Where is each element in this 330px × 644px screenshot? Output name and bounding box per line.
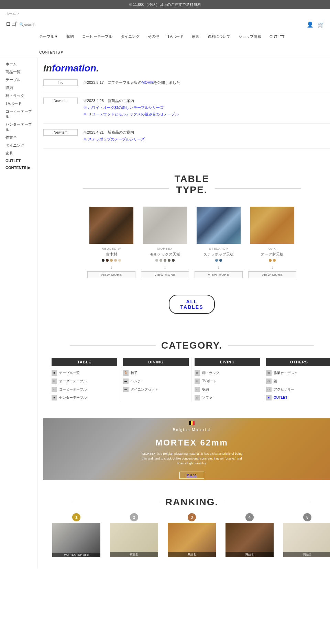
sidebar-item-all[interactable]: 商品一覧 [6,68,32,76]
color-dot[interactable] [168,259,170,262]
ranking-img-label-4: 商品名 [226,552,274,557]
nav-storage[interactable]: 収納 [65,31,75,42]
sidebar-item-furniture[interactable]: 家具 [6,149,32,157]
sidebar-item-tv[interactable]: TVボード [6,100,32,108]
table-type-name-reused: REUSED W [87,247,135,250]
sidebar-item-outlet[interactable]: OUTLET [6,157,32,164]
category-item[interactable]: ▭ 収納 [195,385,260,394]
sidebar-item-work[interactable]: 作業台 [6,134,32,142]
info-text-1: ※2023.5.17 にてテーブル天板のMOVIEを公開しました [83,79,180,86]
nav-dining[interactable]: ダイニング [119,31,141,42]
sidebar-item-coffee[interactable]: コーヒーテーブル [6,108,32,121]
nav-coffee[interactable]: コーヒーテーブル [81,31,114,42]
category-item[interactable]: ▭ 鏡 [266,377,330,385]
category-icon: ▭ [266,387,272,392]
category-icon: ▭ [195,395,200,400]
category-item[interactable]: ▭ 棚・ラック [195,369,260,377]
category-item[interactable]: ▭ オーダーテーブル [52,377,117,385]
category-item[interactable]: 🪑 椅子 [123,369,189,377]
info-text-3: ※2023.4.21 新商品のご案内 ※ ステラポップのテーブルシリーズ [83,129,145,143]
cart-icon[interactable]: 🛒 [318,21,324,28]
nav-table[interactable]: テーブル▼ [38,31,59,42]
table-type-label-reused: 古木材 [87,252,135,257]
table-type-label-oak: オーク材天板 [248,252,296,257]
view-more-stelapop[interactable]: VIEW MORE [195,271,243,278]
info-section: Information. Info ※2023.5.17 にてテーブル天板のMO… [43,57,330,160]
category-icon: 🪑 [123,370,129,376]
nav-outlet[interactable]: OUTLET [268,32,286,42]
category-col-table: TABLE ■ テーブル一覧 ▭ オーダーテーブル ▭ コーヒーテーブル ■ [49,358,120,402]
info-link-2-2[interactable]: ※ リユースウッドとモルテックスの組み合わせテーブル [83,112,179,116]
all-tables-button[interactable]: ALLTABLES [169,295,215,314]
sidebar-item-dining[interactable]: ダイニング [6,142,32,149]
search-input[interactable] [24,23,45,27]
sidebar-item-center[interactable]: センターテーブル [6,121,32,134]
nav-others[interactable]: その他 [146,31,161,42]
sidebar-item-home[interactable]: ホーム [6,60,32,68]
color-dot[interactable] [102,259,104,262]
view-more-oak[interactable]: VIEW MORE [248,271,296,278]
color-dot[interactable] [160,259,162,262]
table-type-label-mortex: モルテックス天板 [141,252,189,257]
category-item[interactable]: ▭ アクセサリー [266,385,330,394]
table-type-card-mortex: MORTEX モルテックス天板 ↓ VIEW MORE [141,206,189,278]
ranking-section: RANKING. 1 MORTEX TOP table 2 商品名 [43,486,330,568]
main-layout: ホーム 商品一覧 テーブル 収納 棚・ラック TVボード コーヒーテーブル セン… [0,57,330,568]
color-dot[interactable] [273,259,276,262]
info-link-2-1[interactable]: ※ ホワイトオーク材の新しいテーブルシリーズ [83,105,164,110]
color-dot[interactable] [172,259,175,262]
info-row-3: NewItem ※2023.4.21 新商品のご案内 ※ ステラポップのテーブル… [43,129,330,149]
category-item[interactable]: ■ テーブル一覧 [52,369,117,377]
color-dot[interactable] [215,259,218,262]
color-dot[interactable] [155,259,158,262]
nav-tv[interactable]: TVボード [166,31,185,42]
mortex-flag: 🇧🇪 [140,420,243,426]
category-item[interactable]: ▭ ソファ [195,394,260,402]
info-badge-3: NewItem [43,129,78,136]
ranking-item-4: 4 商品名 [222,513,277,557]
sidebar-item-shelf[interactable]: 棚・ラック [6,92,32,100]
down-arrow-oak: ↓ [248,264,296,270]
info-link-3-1[interactable]: ※ ステラポップのテーブルシリーズ [83,137,145,141]
ranking-img-2[interactable]: 商品名 [110,523,158,557]
down-arrow-reused: ↓ [87,264,135,270]
ranking-img-3[interactable]: 商品名 [168,523,216,557]
table-type-divider: TABLE TYPE. [49,173,330,204]
color-dot[interactable] [164,259,166,262]
color-dot[interactable] [219,259,222,262]
mortex-desc: "MORTEX" is a Belgian plastering materia… [140,451,243,466]
ranking-img-4[interactable]: 商品名 [226,523,274,557]
category-item[interactable]: ■ センターテーブル [52,394,117,402]
ranking-item-3: 3 商品名 [164,513,219,557]
view-more-mortex[interactable]: VIEW MORE [141,271,189,278]
breadcrumb-home[interactable]: ホーム [6,12,16,15]
category-item-outlet[interactable]: ■ 🇧🇪 OUTLET [266,394,330,402]
color-dot[interactable] [118,259,121,262]
color-dot[interactable] [110,259,113,262]
user-icon[interactable]: 👤 [307,21,314,28]
category-item[interactable]: ▭ TVボード [195,377,260,385]
color-dot[interactable] [269,259,272,262]
view-more-reused[interactable]: VIEW MORE [87,271,135,278]
color-dot[interactable] [106,259,109,262]
sidebar-item-storage[interactable]: 収納 [6,84,32,92]
category-item[interactable]: ▬ ベンチ [123,377,189,385]
sidebar-item-table[interactable]: テーブル [6,76,32,84]
color-dot[interactable] [114,259,117,262]
info-link-movie[interactable]: MOVIE [142,80,154,84]
nav-furniture[interactable]: 家具 [190,31,201,42]
category-item[interactable]: ▬ ダイニングセット [123,385,189,394]
info-title-blue: formation [52,63,96,74]
logo[interactable]: ロゴ [6,21,16,28]
nav-shipping[interactable]: 送料について [206,31,232,42]
nav-contents[interactable]: CONTENTS▼ [38,47,65,57]
sidebar-item-contents[interactable]: CONTENTS ▶ [6,164,32,171]
category-item[interactable]: ▭ コーヒーテーブル [52,385,117,394]
category-item[interactable]: ▭ 作業台・デスク [266,369,330,377]
mortex-more-button[interactable]: More [179,472,205,479]
nav-shop-info[interactable]: ショップ情報 [237,31,263,42]
ranking-img-5[interactable]: 商品名 [283,523,330,557]
ranking-img-1[interactable]: MORTEX TOP table [52,523,100,557]
category-icon: ▬ [123,387,129,392]
table-type-title-block: TABLE TYPE. [174,173,209,195]
